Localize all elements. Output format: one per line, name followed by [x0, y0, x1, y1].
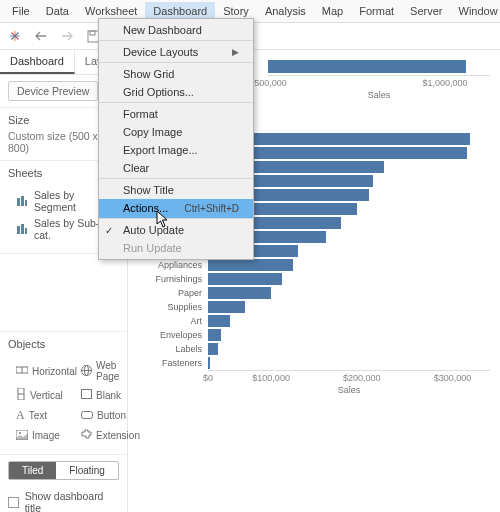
- worksheet-icon: [16, 195, 28, 207]
- menu-item-show-grid[interactable]: Show Grid: [99, 65, 253, 83]
- menu-window[interactable]: Window: [451, 2, 501, 20]
- show-title-label: Show dashboard title: [25, 490, 119, 512]
- submenu-arrow-icon: ▶: [232, 47, 239, 57]
- bar-label: Envelopes: [138, 330, 208, 340]
- back-icon[interactable]: [32, 27, 50, 45]
- menu-item-format[interactable]: Format: [99, 105, 253, 123]
- menu-item-grid-options-[interactable]: Grid Options...: [99, 83, 253, 103]
- button-icon: [81, 410, 93, 421]
- bar[interactable]: [208, 315, 230, 327]
- bar[interactable]: [208, 287, 271, 299]
- web-page-icon: [81, 365, 92, 378]
- menu-item-run-update: Run Update: [99, 239, 253, 257]
- bar-label: Supplies: [138, 302, 208, 312]
- menu-item-show-title[interactable]: Show Title: [99, 181, 253, 199]
- forward-icon[interactable]: [58, 27, 76, 45]
- object-text[interactable]: AText: [16, 408, 77, 423]
- tab-dashboard[interactable]: Dashboard: [0, 50, 75, 74]
- image-icon: [16, 430, 28, 442]
- bar-row: Appliances: [138, 258, 490, 272]
- menu-item-actions-[interactable]: Actions...Ctrl+Shift+D: [99, 199, 253, 219]
- menu-item-export-image-[interactable]: Export Image...: [99, 141, 253, 159]
- bar[interactable]: [208, 273, 282, 285]
- blank-icon: [81, 389, 92, 401]
- tableau-logo-icon: [6, 27, 24, 45]
- bar-label: Paper: [138, 288, 208, 298]
- axis-title: Sales: [208, 383, 490, 395]
- bar-label: Art: [138, 316, 208, 326]
- floating-button[interactable]: Floating: [56, 462, 118, 479]
- svg-rect-12: [25, 228, 27, 234]
- bar-row: Supplies: [138, 300, 490, 314]
- menu-item-copy-image[interactable]: Copy Image: [99, 123, 253, 141]
- tiled-button[interactable]: Tiled: [9, 462, 56, 479]
- check-icon: ✓: [105, 225, 113, 236]
- svg-rect-5: [90, 31, 95, 35]
- svg-point-23: [19, 432, 21, 434]
- bar-label: Fasteners: [138, 358, 208, 368]
- tile-float-toggle[interactable]: Tiled Floating: [8, 461, 119, 480]
- bar-row: Art: [138, 314, 490, 328]
- show-title-checkbox[interactable]: [8, 497, 19, 508]
- x-axis: $0$100,000$200,000$300,000: [208, 370, 490, 383]
- menu-server[interactable]: Server: [402, 2, 450, 20]
- horizontal-icon: [16, 365, 28, 377]
- menu-item-clear[interactable]: Clear: [99, 159, 253, 179]
- bar-label: Labels: [138, 344, 208, 354]
- vertical-icon: [16, 388, 26, 402]
- bar-label: Furnishings: [138, 274, 208, 284]
- svg-rect-11: [21, 224, 24, 234]
- object-image[interactable]: Image: [16, 429, 77, 442]
- axis-title: Sales: [268, 88, 490, 100]
- text-icon: A: [16, 408, 25, 423]
- bar[interactable]: [208, 357, 210, 369]
- menu-data[interactable]: Data: [38, 2, 77, 20]
- menu-item-auto-update[interactable]: ✓Auto Update: [99, 221, 253, 239]
- objects-header: Objects: [8, 338, 119, 350]
- svg-rect-21: [82, 412, 93, 419]
- device-preview-button[interactable]: Device Preview: [8, 81, 98, 101]
- svg-rect-7: [17, 198, 20, 206]
- dashboard-menu: New DashboardDevice Layouts▶Show GridGri…: [98, 18, 254, 260]
- bar-row: Labels: [138, 342, 490, 356]
- objects-grid: HorizontalWeb PageVerticalBlankATextButt…: [8, 354, 119, 448]
- menu-format[interactable]: Format: [351, 2, 402, 20]
- bar-row: Furnishings: [138, 272, 490, 286]
- bar[interactable]: [208, 259, 293, 271]
- object-horizontal[interactable]: Horizontal: [16, 360, 77, 382]
- cursor-icon: [156, 210, 170, 230]
- svg-rect-9: [25, 200, 27, 206]
- svg-rect-8: [21, 196, 24, 206]
- bar[interactable]: [208, 301, 245, 313]
- bar[interactable]: [268, 60, 466, 73]
- object-vertical[interactable]: Vertical: [16, 388, 77, 402]
- bar-row: Envelopes: [138, 328, 490, 342]
- bar[interactable]: [208, 343, 218, 355]
- menu-item-device-layouts[interactable]: Device Layouts▶: [99, 43, 253, 63]
- svg-rect-20: [82, 390, 92, 399]
- menu-map[interactable]: Map: [314, 2, 351, 20]
- svg-rect-10: [17, 226, 20, 234]
- menu-file[interactable]: File: [4, 2, 38, 20]
- worksheet-icon: [16, 223, 28, 235]
- bar-row: Fasteners: [138, 356, 490, 370]
- x-axis: $500,000$1,000,000: [268, 75, 490, 88]
- extension-icon: [81, 429, 92, 442]
- menu-analysis[interactable]: Analysis: [257, 2, 314, 20]
- bar-row: Paper: [138, 286, 490, 300]
- menu-item-new-dashboard[interactable]: New Dashboard: [99, 21, 253, 41]
- bar-label: Appliances: [138, 260, 208, 270]
- bar[interactable]: [208, 329, 221, 341]
